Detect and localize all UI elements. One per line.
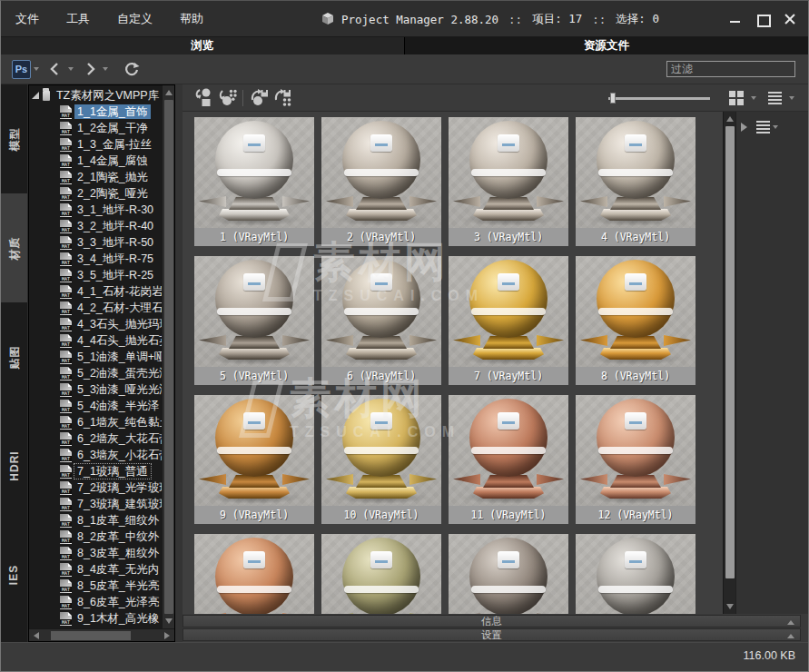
material-thumbnail[interactable]: 8 (VRayMtl): [576, 256, 696, 385]
tree-item[interactable]: MAT 4_1_石材-花岗岩: [29, 283, 162, 300]
material-thumbnail[interactable]: 10 (VRayMtl): [321, 395, 441, 524]
tree-item[interactable]: MAT 3_5_地坪-R-25: [29, 267, 162, 283]
tree-vertical-scrollbar[interactable]: [162, 85, 174, 628]
collect-materials-button[interactable]: [271, 86, 294, 110]
menu-item[interactable]: 帮助: [180, 12, 203, 25]
tree-item[interactable]: MAT 6_1墙灰_纯色黏土: [29, 414, 162, 430]
tree-scroll-thumb[interactable]: [164, 100, 173, 614]
material-thumbnail[interactable]: 3 (VRayMtl): [449, 117, 568, 246]
tree-item[interactable]: MAT 3_1_地坪-R-30: [29, 202, 162, 218]
apply-material-to-selection-button[interactable]: [215, 86, 239, 110]
tree-item[interactable]: MAT 4_2_石材-大理石: [29, 300, 162, 316]
tree-item[interactable]: MAT 3_2_地坪-R-40: [29, 218, 162, 234]
tree-item[interactable]: MAT 5_3油漆_哑光光泽: [29, 381, 162, 398]
close-icon[interactable]: [783, 13, 797, 25]
tab-resource-files[interactable]: 资源文件: [404, 37, 808, 54]
tree-item[interactable]: MAT 1_4金属_腐蚀: [29, 153, 162, 169]
filter-input[interactable]: [666, 61, 795, 77]
material-thumbnail[interactable]: 7 (VRayMtl): [449, 256, 568, 385]
tree-item[interactable]: MAT 2_1陶瓷_抛光: [29, 169, 162, 185]
photoshop-dropdown-icon[interactable]: [34, 67, 39, 71]
material-thumbnail[interactable]: [449, 534, 568, 614]
panel-splitter[interactable]: [175, 84, 183, 642]
menu-item[interactable]: 自定义: [117, 12, 153, 25]
tree-item[interactable]: MAT 7_1玻璃_普通: [29, 463, 162, 479]
back-button[interactable]: [45, 59, 65, 79]
material-thumbnail[interactable]: 4 (VRayMtl): [576, 117, 696, 246]
scroll-down-icon[interactable]: [165, 618, 173, 624]
view-mode-button[interactable]: [725, 86, 748, 110]
slider-thumb[interactable]: [610, 93, 616, 104]
material-thumbnail[interactable]: 11 (VRayMtl): [449, 395, 568, 524]
tree-item[interactable]: MAT 8_4皮革_无光内: [29, 561, 162, 578]
tree-item[interactable]: MAT 4_4石头_抛光石英: [29, 332, 162, 349]
tree-item[interactable]: MAT 9_1木材_高光橡: [29, 610, 162, 627]
collect-material-button[interactable]: [247, 86, 271, 110]
tree-horizontal-scrollbar[interactable]: [29, 628, 174, 641]
info-rollout-header[interactable]: 信息: [183, 615, 801, 628]
apply-material-button[interactable]: [192, 86, 215, 110]
material-thumbnail[interactable]: 6 (VRayMtl): [321, 256, 441, 385]
tree-item[interactable]: MAT 8_2皮革_中纹外: [29, 529, 162, 545]
category-tab-IES[interactable]: IES: [1, 520, 27, 629]
tree-item[interactable]: MAT 8_5皮革_半光亮: [29, 578, 162, 594]
tree-item[interactable]: MAT 1_1金属_首饰: [29, 104, 162, 120]
tree-item[interactable]: MAT 1_2金属_干净: [29, 120, 162, 136]
tree-item[interactable]: MAT 5_2油漆_蛋壳光泽: [29, 365, 162, 381]
tree-item[interactable]: MAT 7_3玻璃_建筑玻璃: [29, 496, 162, 512]
scroll-down-icon[interactable]: [726, 604, 734, 609]
panel-menu-dropdown-icon[interactable]: [773, 125, 778, 129]
category-tab-模型[interactable]: 模型: [1, 84, 27, 193]
minimize-icon[interactable]: [728, 13, 743, 25]
scroll-up-icon[interactable]: [726, 116, 734, 122]
material-thumbnail[interactable]: [576, 534, 696, 614]
scroll-left-icon[interactable]: [34, 632, 39, 639]
category-tab-材质[interactable]: 材质: [1, 193, 27, 302]
tree-item[interactable]: MAT 7_2玻璃_光学玻璃: [29, 479, 162, 496]
tree-item[interactable]: MAT 3_3_地坪-R-50: [29, 234, 162, 251]
material-thumbnail[interactable]: [194, 534, 314, 614]
panel-menu-button[interactable]: [756, 119, 784, 135]
tree-root-folder[interactable]: TZ素材网之VMPP库: [29, 87, 162, 104]
settings-rollout-header[interactable]: 设置: [183, 628, 801, 641]
material-thumbnail[interactable]: [321, 534, 441, 614]
tree-item[interactable]: MAT 6_3墙灰_小花石膏: [29, 447, 162, 463]
tree-item[interactable]: MAT 6_2墙灰_大花石膏: [29, 430, 162, 447]
tree-item[interactable]: MAT 5_1油漆_单调+哑: [29, 349, 162, 365]
sort-mode-button[interactable]: [763, 86, 786, 110]
tree-item[interactable]: MAT 1_3_金属-拉丝: [29, 136, 162, 153]
content-scroll-thumb[interactable]: [725, 126, 735, 578]
tree-item[interactable]: MAT 8_1皮革_细纹外: [29, 512, 162, 529]
menu-item[interactable]: 工具: [66, 12, 90, 25]
tab-browse[interactable]: 浏览: [1, 37, 404, 54]
tree-item[interactable]: MAT 5_4油漆_半光泽: [29, 398, 162, 414]
thumbnail-size-slider[interactable]: [608, 92, 710, 104]
material-thumbnail[interactable]: 9 (VRayMtl): [194, 395, 314, 524]
tree-item[interactable]: MAT 3_4_地坪-R-75: [29, 251, 162, 267]
category-tab-HDRI[interactable]: HDRI: [1, 411, 27, 520]
category-tab-贴图[interactable]: 贴图: [1, 302, 27, 411]
tree-item[interactable]: MAT 8_3皮革_粗纹外: [29, 545, 162, 561]
tree-item[interactable]: MAT 2_2陶瓷_哑光: [29, 185, 162, 202]
view-mode-dropdown-icon[interactable]: [751, 96, 756, 100]
content-vertical-scrollbar[interactable]: [723, 112, 735, 614]
maximize-icon[interactable]: [755, 13, 770, 25]
material-thumbnail[interactable]: 2 (VRayMtl): [321, 117, 441, 246]
tree-hscroll-thumb[interactable]: [51, 631, 131, 640]
scroll-right-icon[interactable]: [164, 632, 170, 639]
forward-dropdown-icon[interactable]: [103, 67, 108, 71]
material-thumbnail[interactable]: 12 (VRayMtl): [576, 395, 696, 524]
tree-item[interactable]: MAT 4_3石头_抛光玛瑙: [29, 316, 162, 332]
expander-icon[interactable]: [32, 92, 39, 99]
tree-item[interactable]: MAT 8_6皮革_光泽亮: [29, 594, 162, 610]
back-dropdown-icon[interactable]: [68, 67, 74, 71]
material-thumbnail[interactable]: 5 (VRayMtl): [194, 256, 314, 385]
photoshop-button[interactable]: Ps: [12, 60, 31, 79]
scroll-up-icon[interactable]: [165, 90, 173, 95]
menu-item[interactable]: 文件: [15, 12, 39, 25]
expand-panel-icon[interactable]: [741, 123, 747, 132]
material-thumbnail[interactable]: 1 (VRayMtl): [194, 117, 314, 246]
forward-button[interactable]: [80, 59, 100, 79]
refresh-button[interactable]: [122, 59, 142, 79]
sort-mode-dropdown-icon[interactable]: [789, 96, 794, 100]
